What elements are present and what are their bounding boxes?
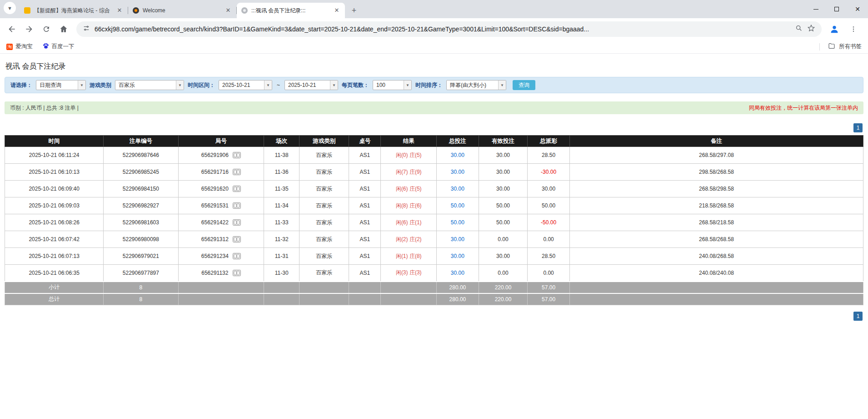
bookmark-baidu[interactable]: 百度一下 — [43, 43, 75, 50]
cell-total-bet[interactable]: 30.00 — [437, 265, 479, 282]
cell-total-bet[interactable]: 30.00 — [437, 181, 479, 197]
tab-title: :::视讯 会员下注纪录::: — [251, 7, 329, 15]
cell-result: 闲(8) 庄(6) — [381, 197, 437, 214]
result-banker: 庄(3) — [409, 269, 422, 276]
refresh-button[interactable] — [38, 21, 55, 37]
tab-search-button[interactable]: ▼ — [4, 2, 16, 14]
close-tab-icon[interactable]: ✕ — [224, 7, 232, 14]
total-label: 总计 — [5, 293, 104, 305]
date-end-picker[interactable]: 2025-10-21 ▼ — [284, 80, 338, 90]
cell-session: 11-32 — [264, 231, 299, 248]
cell-valid-bet: 30.00 — [479, 147, 528, 164]
back-button[interactable] — [4, 21, 20, 37]
total-count: 8 — [104, 293, 178, 305]
page-number-button[interactable]: 1 — [853, 123, 863, 132]
game-result-icon[interactable] — [233, 169, 241, 175]
game-result-icon[interactable] — [233, 202, 241, 209]
game-result-icon[interactable] — [233, 186, 241, 192]
result-banker: 庄(6) — [409, 202, 422, 209]
table-header: 时间 注单编号 局号 场次 游戏类别 桌号 结果 总投注 有效投注 总派彩 备注 — [5, 136, 863, 147]
date-range-label: 时间区间： — [188, 81, 215, 89]
cell-total-bet[interactable]: 30.00 — [437, 164, 479, 181]
tab-forum[interactable]: 【新提醒】海燕策略论坛 - 综合 ✕ — [20, 3, 128, 18]
bookmarks-bar: 淘 爱淘宝 百度一下 所有书签 — [0, 40, 868, 54]
date-start-picker[interactable]: 2025-10-21 ▼ — [219, 80, 272, 90]
result-player: 闲(8) — [396, 202, 408, 209]
game-type-select[interactable]: 百家乐 ▼ — [115, 80, 184, 90]
browser-menu-button[interactable] — [845, 21, 862, 37]
home-button[interactable] — [55, 21, 72, 37]
bet-records-table: 时间 注单编号 局号 场次 游戏类别 桌号 结果 总投注 有效投注 总派彩 备注… — [5, 135, 863, 305]
header-row: 时间 注单编号 局号 场次 游戏类别 桌号 结果 总投注 有效投注 总派彩 备注 — [5, 136, 863, 147]
close-tab-icon[interactable]: ✕ — [116, 7, 123, 14]
maximize-button[interactable] — [826, 0, 847, 18]
date-range-tilde: ~ — [276, 82, 281, 88]
query-type-select[interactable]: 日期查询 ▼ — [36, 80, 86, 90]
address-bar[interactable]: 66cxkj98.com/game/betrecord_search/kind3… — [76, 21, 822, 37]
col-total-bet: 总投注 — [437, 136, 479, 147]
cell-round-id: 656291716 — [178, 164, 264, 181]
folder-icon — [828, 42, 835, 51]
profile-avatar[interactable] — [826, 21, 843, 37]
page-number-button[interactable]: 1 — [853, 312, 863, 321]
cell-time: 2025-10-21 06:10:13 — [5, 164, 104, 181]
window-controls: ✕ — [805, 0, 868, 18]
round-id-text: 656291906 — [201, 152, 229, 158]
cell-empty — [381, 293, 437, 305]
cell-payout: 0.00 — [528, 265, 570, 282]
site-settings-icon[interactable] — [83, 25, 90, 34]
result-player: 闲(1) — [396, 253, 408, 259]
result-player: 闲(7) — [396, 169, 408, 175]
cell-total-bet[interactable]: 50.00 — [437, 197, 479, 214]
bookmark-star-icon[interactable] — [807, 24, 815, 34]
date-start-value: 2025-10-21 — [219, 82, 264, 88]
cell-note: 298.58/268.58 — [569, 164, 863, 181]
table-footer: 小计 8 280.00 220.00 57.00 总计 8 — [5, 282, 863, 305]
query-type-label: 请选择： — [10, 81, 32, 89]
page-size-select[interactable]: 100 ▼ — [373, 80, 412, 90]
cell-session: 11-36 — [264, 164, 299, 181]
cell-round-id: 656291906 — [178, 147, 264, 164]
cell-total-bet[interactable]: 50.00 — [437, 214, 479, 231]
close-window-button[interactable]: ✕ — [847, 0, 868, 18]
col-round-id: 局号 — [178, 136, 264, 147]
cell-total-bet[interactable]: 30.00 — [437, 248, 479, 265]
cell-note: 268.58/218.58 — [569, 214, 863, 231]
forward-button[interactable] — [21, 21, 37, 37]
tab-welcome[interactable]: Welcome ✕ — [128, 3, 236, 18]
tab-bet-records[interactable]: :::视讯 会员下注纪录::: ✕ — [237, 3, 345, 18]
cell-round-id: 656291422 — [178, 214, 264, 231]
cell-bet-id: 522906977897 — [104, 265, 178, 282]
cell-game-type: 百家乐 — [299, 197, 349, 214]
round-id-text: 656291620 — [201, 186, 229, 192]
cell-payout: -50.00 — [528, 214, 570, 231]
cell-session: 11-38 — [264, 147, 299, 164]
cell-result: 闲(0) 庄(5) — [381, 147, 437, 164]
zoom-icon[interactable] — [795, 25, 803, 34]
cell-total-bet[interactable]: 30.00 — [437, 231, 479, 248]
url-text[interactable]: 66cxkj98.com/game/betrecord_search/kind3… — [95, 25, 791, 33]
minimize-button[interactable] — [805, 0, 826, 18]
game-result-icon[interactable] — [233, 152, 241, 158]
total-valid-bet: 220.00 — [479, 293, 528, 305]
cell-valid-bet: 30.00 — [479, 164, 528, 181]
bookmarks-divider — [819, 43, 820, 50]
bookmark-taobao[interactable]: 淘 爱淘宝 — [6, 43, 33, 50]
game-result-icon[interactable] — [233, 219, 241, 226]
cell-payout: 28.50 — [528, 248, 570, 265]
search-button[interactable]: 查询 — [513, 80, 535, 90]
col-time: 时间 — [5, 136, 104, 147]
result-banker: 庄(8) — [409, 253, 422, 259]
close-tab-icon[interactable]: ✕ — [333, 7, 340, 14]
all-bookmarks[interactable]: 所有书签 — [819, 42, 862, 51]
cell-empty — [299, 282, 349, 293]
cell-total-bet[interactable]: 30.00 — [437, 147, 479, 164]
game-result-icon[interactable] — [233, 236, 241, 242]
game-type-value: 百家乐 — [115, 81, 176, 89]
cell-time: 2025-10-21 06:09:40 — [5, 181, 104, 197]
cell-valid-bet: 30.00 — [479, 181, 528, 197]
game-result-icon[interactable] — [233, 253, 241, 259]
sort-select[interactable]: 降幂(由大到小) ▼ — [446, 80, 506, 90]
game-result-icon[interactable] — [233, 270, 241, 276]
new-tab-button[interactable]: + — [348, 4, 360, 17]
